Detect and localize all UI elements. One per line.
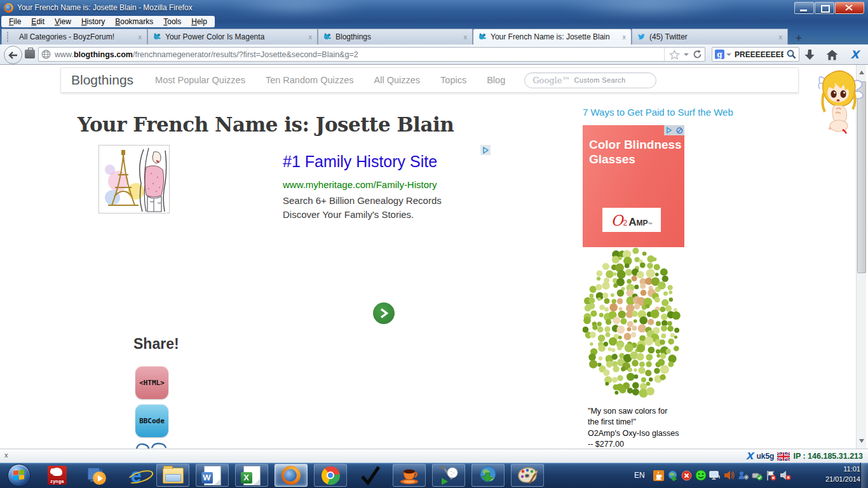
- adchoices-icon[interactable]: [664, 125, 674, 135]
- download-manager-globe-icon: [478, 465, 498, 485]
- share-bbcode-button[interactable]: BBCode: [135, 404, 168, 437]
- taskbar-zynga-button[interactable]: zynga: [41, 464, 74, 487]
- tray-action-center-flag-icon[interactable]: [766, 463, 776, 488]
- taskbar-golf-app-button[interactable]: [432, 464, 465, 487]
- taskbar-download-manager-button[interactable]: [471, 464, 505, 487]
- taskbar-clock[interactable]: 11:01 21/01/2014: [799, 464, 860, 485]
- tray-idm-icon[interactable]: [667, 463, 678, 488]
- menu-bookmarks[interactable]: Bookmarks: [110, 17, 158, 27]
- taskbar-paint-app-button[interactable]: [511, 464, 544, 487]
- tab-french-name-active[interactable]: Your French Name is: Josette Blain x: [473, 29, 632, 44]
- language-indicator[interactable]: EN: [634, 463, 645, 488]
- tab-boyzforum[interactable]: All Categories - BoyzForum! x: [1, 29, 147, 44]
- maximize-button[interactable]: [815, 2, 834, 14]
- tab-close-icon[interactable]: x: [138, 33, 143, 41]
- menu-tools[interactable]: Tools: [158, 17, 186, 27]
- page-title: Your French Name is: Josette Blain: [78, 113, 454, 136]
- ad-title-link[interactable]: #1 Family History Site: [283, 152, 473, 171]
- uk-flag-icon: [777, 452, 790, 461]
- scroll-down-icon[interactable]: [859, 439, 864, 443]
- menu-view[interactable]: View: [50, 17, 76, 27]
- search-engine-dropdown-icon[interactable]: [726, 53, 731, 56]
- start-button[interactable]: [3, 464, 36, 487]
- site-logo[interactable]: Blogthings: [71, 72, 133, 88]
- site-header: Blogthings Most Popular Quizzes Ten Rand…: [60, 67, 799, 93]
- magnifier-icon[interactable]: [787, 50, 796, 59]
- tray-display-icon[interactable]: [709, 463, 721, 488]
- url-bar[interactable]: www.blogthings.com/frenchnamegenerator/r…: [38, 47, 705, 62]
- menu-history[interactable]: History: [76, 17, 110, 27]
- tab-blogthings[interactable]: Blogthings x: [318, 29, 473, 44]
- desktop: Your French Name is: Josette Blain - Moz…: [0, 0, 868, 488]
- tray-usb-icon[interactable]: [752, 463, 763, 488]
- promo-link[interactable]: 7 Ways to Get Paid to Surf the Web: [583, 107, 733, 118]
- menu-help[interactable]: Help: [186, 17, 212, 27]
- custom-search-input[interactable]: Google™ Custom Search: [524, 72, 656, 88]
- tab-close-icon[interactable]: x: [463, 33, 468, 41]
- taskbar-explorer-button[interactable]: [156, 464, 189, 487]
- taskbar-checkmark-app-button[interactable]: [353, 464, 386, 487]
- show-desktop-button[interactable]: [860, 463, 868, 488]
- tab-close-icon[interactable]: x: [778, 33, 783, 41]
- bookmark-star-icon[interactable]: [669, 50, 680, 60]
- nav-blog[interactable]: Blog: [487, 75, 505, 85]
- windows-start-orb-icon: [8, 464, 31, 487]
- minimize-button[interactable]: [794, 2, 814, 14]
- forward-button-stub[interactable]: [25, 50, 35, 58]
- taskbar-media-player-button[interactable]: [80, 464, 113, 487]
- chrome-icon: [322, 466, 340, 485]
- ad-display-url[interactable]: www.myheritage.com/Family-History: [283, 179, 473, 190]
- google-search-engine-icon[interactable]: g: [715, 50, 724, 59]
- o2amp-logo: O2AMP™: [602, 208, 661, 232]
- globe-icon: [41, 50, 51, 59]
- back-button[interactable]: [4, 46, 22, 64]
- clock-time: 11:01: [799, 464, 860, 475]
- x-app-toolbar-button[interactable]: X: [848, 48, 862, 61]
- tab-close-icon[interactable]: x: [308, 33, 313, 41]
- paint-palette-icon: [517, 466, 538, 485]
- downloads-button[interactable]: [802, 48, 816, 61]
- menu-edit[interactable]: Edit: [26, 17, 50, 27]
- page-viewport: Blogthings Most Popular Quizzes Ten Rand…: [0, 65, 868, 449]
- reload-icon[interactable]: [693, 50, 702, 59]
- zynga-icon: zynga: [48, 466, 67, 485]
- menu-file[interactable]: File: [4, 17, 26, 27]
- tray-volume-muted-icon[interactable]: [780, 463, 791, 488]
- tab-twitter[interactable]: (45) Twitter x: [632, 29, 788, 44]
- color-blindness-ad[interactable]: Color BlindnessGlasses O2AMP™ "My son sa…: [583, 125, 684, 449]
- tab-power-color[interactable]: Your Power Color Is Magenta x: [147, 29, 318, 44]
- share-glasses-button-partial[interactable]: [135, 442, 168, 449]
- blogthings-favicon: [323, 32, 332, 41]
- taskbar-coffee-app-button[interactable]: [393, 464, 426, 487]
- nav-all-quizzes[interactable]: All Quizzes: [374, 75, 421, 85]
- taskbar-word-button[interactable]: W: [196, 464, 229, 487]
- taskbar-chrome-button[interactable]: [314, 464, 347, 487]
- taskbar-firefox-button-active[interactable]: [275, 464, 308, 487]
- browser-search-input[interactable]: [733, 50, 785, 60]
- nav-most-popular-quizzes[interactable]: Most Popular Quizzes: [155, 75, 245, 85]
- bookmarks-dropdown-icon[interactable]: [684, 53, 689, 56]
- adchoices-icon[interactable]: [480, 145, 491, 155]
- statusbar-close-button[interactable]: x: [4, 451, 8, 459]
- tray-smiley-icon[interactable]: [695, 463, 707, 488]
- ad-block-icon[interactable]: [674, 125, 684, 135]
- coffee-cup-icon: [398, 466, 420, 485]
- tray-red-x-icon[interactable]: [681, 463, 692, 488]
- close-button[interactable]: [835, 2, 864, 14]
- nav-ten-random-quizzes[interactable]: Ten Random Quizzes: [266, 75, 354, 85]
- myheritage-ad: #1 Family History Site www.myheritage.co…: [283, 152, 473, 222]
- share-html-button[interactable]: <HTML>: [135, 366, 168, 399]
- tab-strip: All Categories - BoyzForum! x Your Power…: [0, 29, 868, 44]
- tray-volume-orange-icon[interactable]: [724, 463, 735, 488]
- tray-java-icon[interactable]: [653, 463, 664, 488]
- taskbar-internet-explorer-button[interactable]: e: [119, 464, 153, 487]
- tray-user-gear-icon[interactable]: [738, 463, 749, 488]
- tab-close-icon[interactable]: x: [622, 33, 627, 41]
- ad-go-button[interactable]: [373, 302, 395, 324]
- window-title: Your French Name is: Josette Blain - Moz…: [17, 3, 193, 12]
- nav-topics[interactable]: Topics: [440, 75, 466, 85]
- browser-search-bar[interactable]: g: [712, 47, 799, 62]
- home-button[interactable]: [825, 48, 839, 61]
- new-tab-button[interactable]: +: [790, 31, 807, 44]
- taskbar-excel-button[interactable]: X: [235, 464, 268, 487]
